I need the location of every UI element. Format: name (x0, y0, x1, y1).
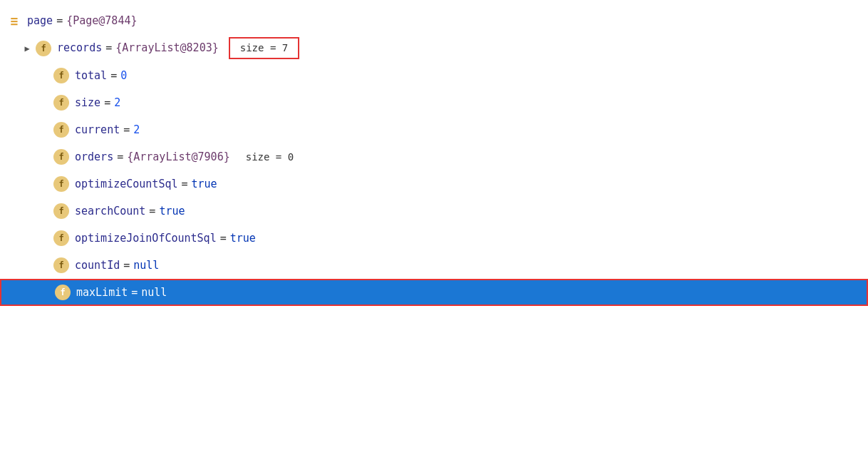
equals-sign: = (105, 40, 112, 56)
expand-placeholder (39, 205, 51, 217)
field-value: {Page@7844} (66, 13, 137, 29)
records-row[interactable]: frecords = {ArrayList@8203}size = 7 (0, 34, 868, 62)
maxLimit-row[interactable]: fmaxLimit = null (0, 279, 868, 306)
field-type-badge: f (55, 285, 71, 300)
field-value: null (141, 285, 167, 301)
expand-placeholder (39, 232, 51, 244)
current-row[interactable]: fcurrent = 2 (0, 116, 868, 143)
field-name: current (75, 122, 120, 138)
field-value: {ArrayList@8203} (115, 40, 219, 56)
expand-placeholder (41, 287, 52, 298)
equals-sign: = (110, 68, 117, 84)
equals-sign: = (104, 95, 110, 111)
expand-placeholder (39, 151, 51, 163)
page-row[interactable]: page = {Page@7844} (0, 7, 868, 34)
equals-sign: = (131, 285, 138, 301)
debugger-panel: page = {Page@7844}frecords = {ArrayList@… (0, 0, 868, 450)
field-type-badge: f (53, 149, 69, 165)
countId-row[interactable]: fcountId = null (0, 252, 868, 279)
field-type-badge: f (53, 203, 69, 219)
optimizeJoinOfCountSql-row[interactable]: foptimizeJoinOfCountSql = true (0, 225, 868, 252)
hamburger-icon (7, 14, 21, 28)
equals-sign: = (182, 176, 188, 193)
orders-row[interactable]: forders = {ArrayList@7906}size = 0 (0, 143, 868, 170)
field-name: page (27, 13, 53, 29)
field-name: orders (75, 149, 113, 165)
equals-sign: = (123, 257, 130, 274)
expand-placeholder (39, 124, 51, 135)
field-name: searchCount (75, 203, 145, 220)
field-name: maxLimit (76, 285, 128, 301)
total-row[interactable]: ftotal = 0 (0, 62, 868, 89)
equals-sign: = (56, 13, 63, 29)
equals-sign: = (149, 203, 155, 220)
field-type-badge: f (53, 176, 69, 192)
expand-placeholder (39, 97, 51, 108)
field-name: total (75, 68, 107, 84)
expand-placeholder (39, 260, 51, 271)
expand-placeholder (39, 70, 51, 81)
field-type-badge: f (53, 95, 69, 111)
field-type-badge: f (36, 41, 51, 56)
size-row[interactable]: fsize = 2 (0, 89, 868, 116)
field-value: 2 (114, 95, 120, 111)
expand-arrow[interactable] (21, 43, 33, 54)
field-value: true (159, 203, 185, 220)
field-type-badge: f (53, 122, 69, 138)
equals-sign: = (123, 122, 130, 138)
size-badge: size = 0 (239, 148, 301, 166)
searchCount-row[interactable]: fsearchCount = true (0, 198, 868, 225)
field-name: records (57, 40, 102, 56)
expand-placeholder (39, 178, 51, 190)
field-type-badge: f (53, 257, 69, 273)
field-value: 2 (133, 122, 140, 138)
equals-sign: = (220, 230, 227, 247)
field-name: size (75, 95, 100, 111)
size-badge: size = 7 (229, 37, 299, 59)
field-value: {ArrayList@7906} (127, 149, 230, 165)
field-value: true (230, 230, 256, 247)
field-type-badge: f (53, 68, 69, 83)
field-type-badge: f (53, 230, 69, 246)
field-value: null (133, 257, 159, 274)
field-value: 0 (120, 68, 127, 84)
optimizeCountSql-row[interactable]: foptimizeCountSql = true (0, 170, 868, 198)
field-name: countId (75, 257, 120, 274)
field-name: optimizeJoinOfCountSql (75, 230, 217, 247)
field-value: true (192, 176, 217, 193)
field-name: optimizeCountSql (75, 176, 178, 193)
equals-sign: = (117, 149, 123, 165)
